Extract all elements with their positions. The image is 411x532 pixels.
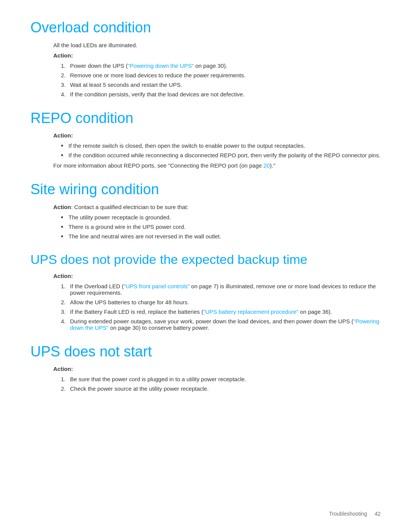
- overload-list: Power down the UPS ("Powering down the U…: [61, 62, 381, 97]
- repo-page-link[interactable]: 20: [263, 162, 270, 169]
- repo-list: If the remote switch is closed, then ope…: [61, 142, 381, 158]
- ups-not-start-title: UPS does not start: [30, 343, 381, 361]
- ups-not-start-list: Be sure that the power cord is plugged i…: [61, 376, 381, 392]
- list-item: Allow the UPS batteries to charge for 48…: [61, 299, 381, 305]
- site-wiring-list: The utility power receptacle is grounded…: [61, 214, 381, 240]
- repo-title: REPO condition: [30, 110, 381, 127]
- overload-title: Overload condition: [30, 19, 381, 37]
- list-item: If the remote switch is closed, then ope…: [61, 142, 381, 149]
- list-item: If the condition occurred while reconnec…: [61, 152, 381, 158]
- battery-replacement-link[interactable]: "UPS battery replacement procedure": [203, 308, 298, 315]
- ups-not-start-action-label: Action:: [53, 366, 381, 372]
- site-wiring-title: Site wiring condition: [30, 181, 381, 198]
- footer-section-name: Troubleshooting: [329, 511, 367, 517]
- site-wiring-section: Site wiring condition Action: Contact a …: [30, 181, 381, 240]
- list-item: Remove one or more load devices to reduc…: [61, 72, 381, 78]
- powering-down-link-1[interactable]: "Powering down the UPS": [128, 62, 194, 69]
- backup-time-action-label: Action:: [53, 273, 381, 279]
- overload-action-label: Action:: [53, 52, 381, 59]
- overload-section: Overload condition All the load LEDs are…: [30, 19, 381, 97]
- repo-action-label: Action:: [53, 132, 381, 139]
- backup-time-section: UPS does not provide the expected backup…: [30, 252, 381, 331]
- list-item: Check the power source at the utility po…: [61, 385, 381, 392]
- ups-front-panel-link[interactable]: "UPS front panel controls": [124, 283, 190, 289]
- list-item: Power down the UPS ("Powering down the U…: [61, 62, 381, 69]
- list-item: The line and neutral wires are not rever…: [61, 233, 381, 240]
- list-item: There is a ground wire in the UPS power …: [61, 224, 381, 230]
- repo-section: REPO condition Action: If the remote swi…: [30, 110, 381, 169]
- list-item: Be sure that the power cord is plugged i…: [61, 376, 381, 382]
- list-item: If the Overload LED ("UPS front panel co…: [61, 283, 381, 296]
- list-item: Wait at least 5 seconds and restart the …: [61, 81, 381, 88]
- repo-note: For more information about REPO ports, s…: [53, 162, 381, 169]
- list-item: During extended power outages, save your…: [61, 318, 381, 331]
- page-footer: Troubleshooting 42: [329, 511, 381, 517]
- list-item: If the Battery Fault LED is red, replace…: [61, 308, 381, 315]
- list-item: If the condition persists, verify that t…: [61, 91, 381, 97]
- backup-time-list: If the Overload LED ("UPS front panel co…: [61, 283, 381, 331]
- powering-down-link-2[interactable]: "Powering down the UPS": [70, 318, 379, 331]
- overload-intro: All the load LEDs are illuminated.: [53, 42, 381, 48]
- backup-time-title: UPS does not provide the expected backup…: [30, 252, 381, 267]
- list-item: The utility power receptacle is grounded…: [61, 214, 381, 220]
- site-wiring-action-label: Action: Contact a qualified electrician …: [53, 204, 381, 210]
- footer-page-number: 42: [374, 511, 381, 517]
- ups-not-start-section: UPS does not start Action: Be sure that …: [30, 343, 381, 392]
